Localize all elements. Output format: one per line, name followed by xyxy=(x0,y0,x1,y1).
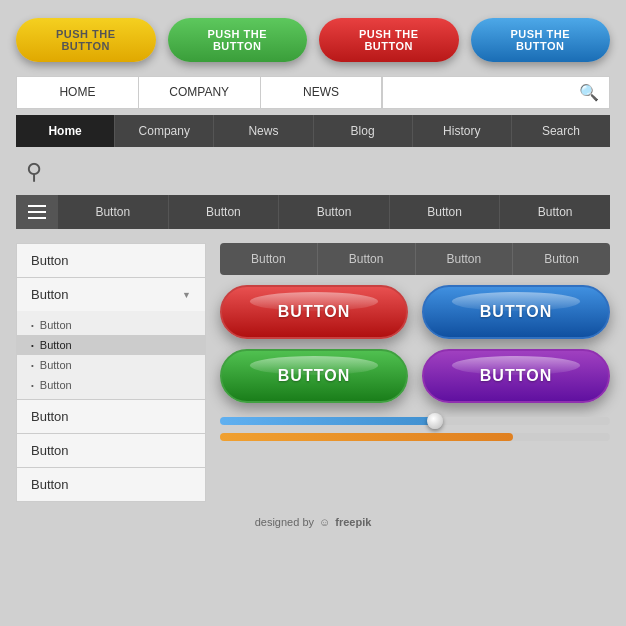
tab-btn-row: Button Button Button Button xyxy=(220,243,610,275)
right-col: Button Button Button Button Button Butto… xyxy=(220,243,610,502)
purple-glossy-button[interactable]: Button xyxy=(422,349,610,403)
flat-nav-search-area: 🔍 xyxy=(382,77,609,108)
sub-item-0[interactable]: Button xyxy=(17,315,205,335)
btn-bar-row: Button Button Button Button Button xyxy=(16,195,610,229)
dark-nav-news[interactable]: News xyxy=(214,115,313,147)
left-col: Button Button Button Button Button Butto… xyxy=(16,243,206,502)
list-btn-bottom-1[interactable]: Button xyxy=(16,433,206,467)
footer-brand: freepik xyxy=(335,516,371,528)
red-push-button[interactable]: PUSH THE BUTTON xyxy=(319,18,459,62)
tab-btn-1[interactable]: Button xyxy=(318,243,416,275)
btn-bar-item-1[interactable]: Button xyxy=(169,195,280,229)
glossy-row-2: Button Button xyxy=(220,349,610,403)
flat-nav-home[interactable]: Home xyxy=(17,77,139,108)
flat-nav: Home Company News 🔍 xyxy=(16,76,610,109)
flat-nav-search-input[interactable] xyxy=(383,80,569,106)
slider-blue-thumb[interactable] xyxy=(427,413,443,429)
sub-item-2[interactable]: Button xyxy=(17,355,205,375)
hamburger-line-1 xyxy=(28,205,46,207)
red-glossy-button[interactable]: Button xyxy=(220,285,408,339)
list-btn-bottom-0[interactable]: Button xyxy=(16,399,206,433)
list-btn-dropdown[interactable]: Button xyxy=(16,277,206,311)
hamburger-line-2 xyxy=(28,211,46,213)
green-glossy-button[interactable]: Button xyxy=(220,349,408,403)
sub-item-3[interactable]: Button xyxy=(17,375,205,395)
btn-bar-item-0[interactable]: Button xyxy=(58,195,169,229)
slider-orange-fill xyxy=(220,433,513,441)
glossy-row-1: Button Button xyxy=(220,285,610,339)
dark-nav: Home Company News Blog History Search xyxy=(16,115,610,147)
dark-nav-home[interactable]: Home xyxy=(16,115,115,147)
list-btn-bottom-2[interactable]: Button xyxy=(16,467,206,502)
slider-orange-track xyxy=(220,433,610,441)
search-button[interactable]: 🔍 xyxy=(569,77,609,108)
footer: designed by ☺ freepik xyxy=(255,516,372,528)
green-push-button[interactable]: PUSH THE BUTTON xyxy=(168,18,308,62)
tab-btn-0[interactable]: Button xyxy=(220,243,318,275)
dark-nav-history[interactable]: History xyxy=(413,115,512,147)
btn-bar-item-3[interactable]: Button xyxy=(390,195,501,229)
dark-nav-search[interactable]: Search xyxy=(512,115,610,147)
yellow-push-button[interactable]: PUSH THE BUTTON xyxy=(16,18,156,62)
sub-item-1[interactable]: Button xyxy=(17,335,205,355)
blue-glossy-button[interactable]: Button xyxy=(422,285,610,339)
tab-btn-2[interactable]: Button xyxy=(416,243,514,275)
hamburger-line-3 xyxy=(28,217,46,219)
search-icon-row: ⚲ xyxy=(16,155,610,189)
sub-list: Button Button Button Button xyxy=(16,311,206,399)
slider-blue-track xyxy=(220,417,610,425)
list-btn-0[interactable]: Button xyxy=(16,243,206,277)
btn-bar-item-4[interactable]: Button xyxy=(500,195,610,229)
search-icon[interactable]: ⚲ xyxy=(26,159,42,184)
flat-nav-company[interactable]: Company xyxy=(139,77,261,108)
slider-section xyxy=(220,413,610,441)
tab-btn-3[interactable]: Button xyxy=(513,243,610,275)
push-buttons-row: PUSH THE BUTTON PUSH THE BUTTON PUSH THE… xyxy=(16,18,610,62)
slider-blue-fill xyxy=(220,417,435,425)
bottom-row: Button Button Button Button Button Butto… xyxy=(16,243,610,502)
flat-nav-news[interactable]: News xyxy=(261,77,383,108)
footer-text: designed by xyxy=(255,516,314,528)
freepik-icon: ☺ xyxy=(319,516,330,528)
hamburger-button[interactable] xyxy=(16,195,58,229)
dark-nav-company[interactable]: Company xyxy=(115,115,214,147)
blue-push-button[interactable]: PUSH THE BUTTON xyxy=(471,18,611,62)
btn-bar: Button Button Button Button Button xyxy=(58,195,610,229)
btn-bar-item-2[interactable]: Button xyxy=(279,195,390,229)
dark-nav-blog[interactable]: Blog xyxy=(314,115,413,147)
